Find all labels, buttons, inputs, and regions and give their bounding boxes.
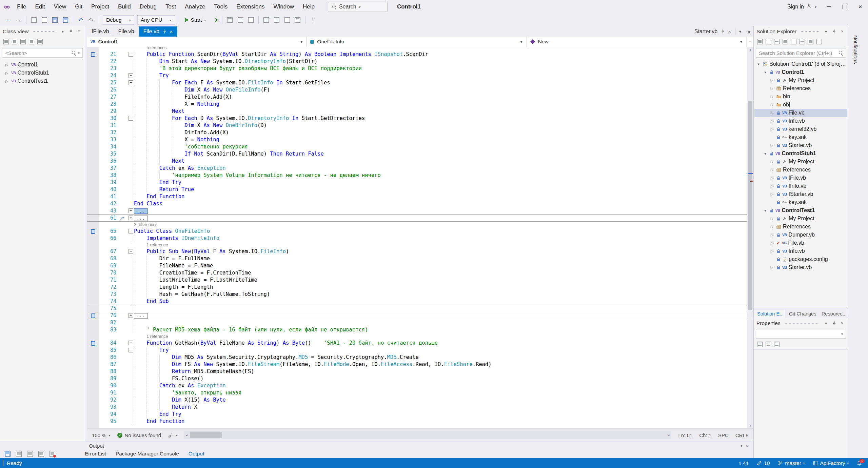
- git-repository-button[interactable]: ApiFactory ▾: [809, 458, 852, 468]
- document-health-indicator[interactable]: ✓ No issues found: [115, 432, 164, 438]
- expander-icon[interactable]: ▷: [769, 119, 775, 123]
- tree-item-dumper.vb[interactable]: ▷VBDumper.vb: [754, 231, 847, 239]
- expander-icon[interactable]: ▷: [769, 143, 775, 148]
- solution-explorer-search-input[interactable]: Search Solution Explorer (Ctrl+;): [756, 48, 846, 58]
- code-line[interactable]: 39End Try: [87, 179, 747, 186]
- expander-icon[interactable]: ▷: [769, 168, 775, 172]
- pin-icon[interactable]: [68, 28, 74, 35]
- close-tab-group-button[interactable]: ×: [745, 26, 753, 37]
- redo-icon[interactable]: ↷: [86, 15, 96, 25]
- comment-icon[interactable]: [261, 15, 271, 25]
- tree-item-solution-control1-3-of-3-projects-[interactable]: ▾Solution 'Control1' (3 of 3 projects): [754, 60, 847, 68]
- tool-window-icon-4[interactable]: [38, 451, 44, 457]
- properties-icon[interactable]: [808, 39, 813, 44]
- menu-debug[interactable]: Debug: [135, 0, 161, 14]
- pending-edits-button[interactable]: 10: [753, 458, 773, 468]
- tree-item-key.snk[interactable]: key.snk: [754, 133, 847, 141]
- expander-icon[interactable]: ▷: [769, 176, 775, 180]
- code-line[interactable]: 67−Public Sub New(ByVal F As System.IO.F…: [87, 248, 747, 255]
- start-debugging-button[interactable]: Start▾: [182, 15, 209, 25]
- code-line[interactable]: 30−For Each D As System.IO.DirectoryInfo…: [87, 115, 747, 122]
- code-line[interactable]: 24−Try: [87, 72, 747, 79]
- line-ending-indicator[interactable]: CRLF: [733, 432, 751, 438]
- code-line[interactable]: 34'собственно рекурсия: [87, 143, 747, 150]
- close-panel-icon[interactable]: ×: [76, 28, 82, 35]
- code-line[interactable]: 33X = Nothing: [87, 136, 747, 143]
- expander-icon[interactable]: ▷: [769, 217, 775, 221]
- close-tab-icon[interactable]: ×: [728, 29, 731, 34]
- code-line[interactable]: 70CreationTime = F.CreationTime: [87, 269, 747, 277]
- active-files-dropdown-button[interactable]: ▼: [736, 26, 745, 37]
- tool-window-icon-1[interactable]: [5, 451, 11, 457]
- expander-icon[interactable]: ▷: [769, 103, 775, 107]
- code-cleanup-button[interactable]: ▾: [165, 433, 180, 438]
- toolbar-options-icon[interactable]: ⋮: [308, 15, 318, 25]
- code-line[interactable]: 91'занято, открыть низзя: [87, 389, 747, 396]
- member-dropdown[interactable]: New ▼: [527, 37, 746, 47]
- code-line[interactable]: 71LastWriteTime = F.LastWriteTime: [87, 277, 747, 284]
- code-line[interactable]: 43+...: [87, 207, 747, 215]
- expander-icon[interactable]: ▾: [763, 208, 768, 213]
- code-line[interactable]: 21−Public Function ScanDir(ByVal StartDi…: [87, 51, 747, 58]
- sort-objects-icon[interactable]: [29, 39, 34, 44]
- scroll-down-icon[interactable]: ▼: [747, 423, 753, 428]
- navigate-bookmarks-icon[interactable]: [293, 15, 302, 25]
- codelens-references-link[interactable]: 2 references: [134, 222, 157, 227]
- code-line[interactable]: 76+...: [87, 312, 747, 319]
- vertical-scrollbar[interactable]: ▲ ▼: [747, 47, 753, 428]
- tree-item-controlstub1[interactable]: ▾VBControlStub1: [754, 149, 847, 158]
- tree-item-info.vb[interactable]: ▷VBInfo.vb: [754, 117, 847, 125]
- menu-view[interactable]: View: [50, 0, 71, 14]
- window-position-icon[interactable]: ▾: [741, 444, 743, 448]
- code-line[interactable]: 40Return True: [87, 186, 747, 193]
- menu-project[interactable]: Project: [87, 0, 114, 14]
- code-line[interactable]: 25−For Each F As System.IO.FileInfo In S…: [87, 79, 747, 86]
- tree-item-istarter.vb[interactable]: ▷VBIStarter.vb: [754, 190, 847, 198]
- code-line[interactable]: 61+...: [87, 215, 747, 222]
- menu-build[interactable]: Build: [114, 0, 135, 14]
- code-line[interactable]: 87Dim FS As New System.IO.FileStream(Fil…: [87, 361, 747, 368]
- expander-icon[interactable]: ▾: [763, 70, 768, 75]
- expander-icon[interactable]: ▷: [4, 71, 9, 75]
- class-view-item-control1[interactable]: ▷VBControl1: [1, 61, 83, 69]
- close-tab-icon[interactable]: ×: [170, 29, 173, 34]
- tree-item-control1[interactable]: ▾VBControl1: [754, 68, 847, 76]
- tree-item-info.vb[interactable]: ▷VBInfo.vb: [754, 247, 847, 255]
- expand-region-button[interactable]: +: [129, 313, 133, 318]
- panel-drag-grip[interactable]: [33, 31, 56, 33]
- scroll-left-icon[interactable]: ◄: [184, 431, 189, 439]
- code-line[interactable]: 83' Расчет MD5-хеша файла - 16 байт (или…: [87, 326, 747, 333]
- refresh-icon[interactable]: [791, 39, 796, 44]
- navigate-forward-icon[interactable]: →: [14, 15, 23, 25]
- menu-extensions[interactable]: Extensions: [232, 0, 269, 14]
- expander-icon[interactable]: ▷: [4, 79, 9, 83]
- code-line[interactable]: 73Hash = GetHash(F.FullName.ToString): [87, 291, 747, 298]
- window-position-icon[interactable]: ▾: [823, 28, 829, 35]
- code-line[interactable]: 92Dim X(15) As Byte: [87, 396, 747, 404]
- collapse-region-button[interactable]: −: [129, 249, 133, 254]
- tree-item-references[interactable]: ▷References: [754, 84, 847, 93]
- code-line[interactable]: 72Length = F.Length: [87, 284, 747, 291]
- collapse-region-button[interactable]: −: [129, 80, 133, 85]
- tree-item-references[interactable]: ▷References: [754, 223, 847, 231]
- notifications-bell-button[interactable]: 1: [853, 458, 865, 468]
- tree-item-file.vb[interactable]: ▷✓VBFile.vb: [754, 239, 847, 247]
- document-tab-starter.vb[interactable]: Starter.vb×: [690, 28, 736, 35]
- expander-icon[interactable]: ▷: [4, 63, 9, 67]
- menu-file[interactable]: File: [13, 0, 31, 14]
- search-icon[interactable]: [72, 51, 76, 55]
- code-line[interactable]: 93Return X: [87, 404, 747, 411]
- code-line[interactable]: 69FileName = F.Name: [87, 262, 747, 269]
- code-line[interactable]: 84−Function GetHash(ByVal FileName As St…: [87, 340, 747, 347]
- type-dropdown[interactable]: OneFileInfo ▼: [307, 37, 527, 47]
- bookmark-toolbar-icon[interactable]: [282, 15, 292, 25]
- column-indicator[interactable]: Ch: 1: [696, 432, 714, 438]
- scrollbar-thumb[interactable]: [748, 101, 752, 310]
- solution-platforms-dropdown[interactable]: Any CPU▾: [137, 15, 175, 25]
- menu-test[interactable]: Test: [161, 0, 180, 14]
- code-line[interactable]: 37Catch ex As Exception: [87, 165, 747, 172]
- save-icon[interactable]: [50, 15, 60, 25]
- property-pages-icon[interactable]: [774, 342, 780, 347]
- background-tasks-icon[interactable]: [3, 460, 3, 466]
- tree-item-starter.vb[interactable]: ▷VBStarter.vb: [754, 263, 847, 271]
